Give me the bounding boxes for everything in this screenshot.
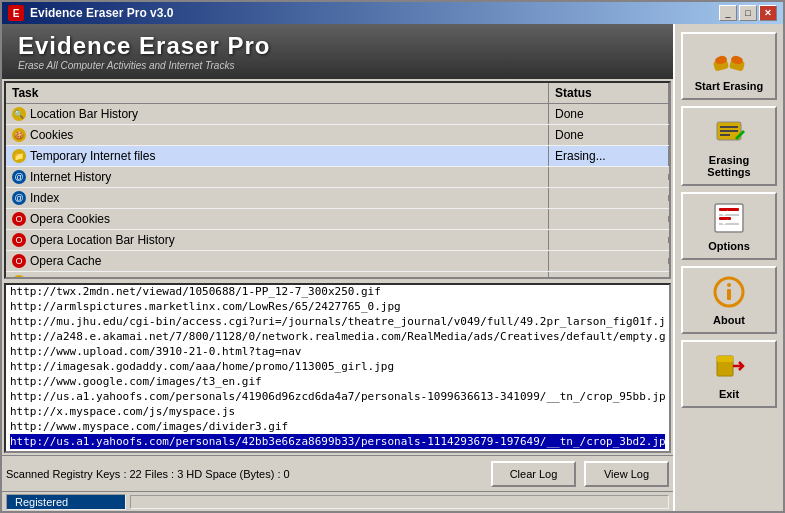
task-label-2: Temporary Internet files [30,149,155,163]
app-title: Evidence Eraser Pro [18,32,270,60]
status-cell-4 [549,195,669,201]
task-rows-container[interactable]: 🔍 Location Bar History Done 🍪 Cookies [6,104,669,277]
task-icon-4: @ [12,191,26,205]
task-label-4: Index [30,191,59,205]
exit-icon [709,348,749,384]
status-cell-1: Done [549,125,669,145]
app-subtitle: Erase All Computer Activities and Intern… [18,60,234,71]
options-icon [709,200,749,236]
progress-bar [130,495,669,509]
status-cell-5 [549,216,669,222]
svg-rect-5 [720,126,738,128]
log-entry: http://us.a1.yahoofs.com/personals/4338d… [10,283,665,284]
status-cell-0: Done [549,104,669,124]
title-bar-left: E Evidence Eraser Pro v3.0 [8,5,173,21]
log-panel[interactable]: http://us.a1.yahoofs.com/personals/4338d… [4,283,671,453]
task-label-6: Opera Location Bar History [30,233,175,247]
task-icon-8: N [12,275,26,277]
task-icon-6: O [12,233,26,247]
task-label-8: Netscape Cache [30,275,119,277]
svg-rect-7 [720,134,730,136]
task-cell: 📁 Temporary Internet files [6,146,549,166]
log-entry: http://mu.jhu.edu/cgi-bin/access.cgi?uri… [10,314,665,329]
task-cell: 🔍 Location Bar History [6,104,549,124]
log-entry: http://www.google.com/images/t3_en.gif [10,374,665,389]
task-icon-0: 🔍 [12,107,26,121]
registered-status: Registered [6,494,126,510]
table-row: @ Internet History [6,167,669,188]
svg-rect-13 [719,217,731,220]
svg-marker-9 [733,140,737,144]
about-icon [709,274,749,310]
start-erasing-button[interactable]: Start Erasing [681,32,777,100]
task-area: Task Status 🔍 Location Bar History Done [4,81,671,279]
table-row: N Netscape Cache [6,272,669,277]
log-entry: http://us.a1.yahoofs.com/personals/41906… [10,389,665,404]
bottom-bar: Scanned Registry Keys : 22 Files : 3 HD … [2,455,673,491]
status-cell-2: Erasing... [549,146,669,166]
about-button[interactable]: About [681,266,777,334]
task-inner: Task Status 🔍 Location Bar History Done [6,83,669,277]
status-cell-3 [549,174,669,180]
exit-label: Exit [719,388,739,400]
svg-rect-6 [720,130,738,132]
clear-log-button[interactable]: Clear Log [491,461,576,487]
task-cell: N Netscape Cache [6,272,549,277]
task-cell: @ Index [6,188,549,208]
task-icon-3: @ [12,170,26,184]
status-cell-7 [549,258,669,264]
task-label-7: Opera Cache [30,254,101,268]
log-entry: http://twx.2mdn.net/viewad/1050688/1-PP_… [10,284,665,299]
about-label: About [713,314,745,326]
table-row: 📁 Temporary Internet files Erasing... [6,146,669,167]
task-label-3: Internet History [30,170,111,184]
table-row: @ Index [6,188,669,209]
table-row: O Opera Location Bar History [6,230,669,251]
task-label-0: Location Bar History [30,107,138,121]
right-sidebar: Start Erasing Erasing Settings [673,24,783,511]
erasing-settings-button[interactable]: Erasing Settings [681,106,777,186]
table-header: Task Status [6,83,669,104]
col-status-header: Status [549,83,669,103]
table-row: O Opera Cache [6,251,669,272]
window-controls: _ □ ✕ [719,5,777,21]
task-icon-7: O [12,254,26,268]
app-icon: E [8,5,24,21]
log-entry: http://us.a1.yahoofs.com/personals/42bb3… [10,434,665,449]
task-label-1: Cookies [30,128,73,142]
exit-button[interactable]: Exit [681,340,777,408]
task-icon-2: 📁 [12,149,26,163]
title-bar: E Evidence Eraser Pro v3.0 _ □ ✕ [2,2,783,24]
options-label: Options [708,240,750,252]
view-log-button[interactable]: View Log [584,461,669,487]
log-entry: http://x.myspace.com/js/myspace.js [10,404,665,419]
task-label-5: Opera Cookies [30,212,110,226]
status-text: Scanned Registry Keys : 22 Files : 3 HD … [6,468,483,480]
window-title: Evidence Eraser Pro v3.0 [30,6,173,20]
status-cell-6 [549,237,669,243]
svg-rect-17 [727,289,731,300]
svg-rect-19 [717,356,733,362]
svg-rect-11 [719,208,739,211]
log-entry: http://a248.e.akamai.net/7/800/1128/0/ne… [10,329,665,344]
main-window: E Evidence Eraser Pro v3.0 _ □ ✕ Evidenc… [0,0,785,513]
task-cell: O Opera Location Bar History [6,230,549,250]
options-button[interactable]: Options [681,192,777,260]
svg-point-16 [727,283,731,287]
erasing-settings-icon [709,114,749,150]
task-icon-1: 🍪 [12,128,26,142]
log-entry: http://armlspictures.marketlinx.com/LowR… [10,299,665,314]
maximize-button[interactable]: □ [739,5,757,21]
erasing-settings-label: Erasing Settings [687,154,771,178]
close-button[interactable]: ✕ [759,5,777,21]
task-cell: @ Internet History [6,167,549,187]
task-cell: O Opera Cookies [6,209,549,229]
log-entry: http://www.myspace.com/images/divider3.g… [10,419,665,434]
minimize-button[interactable]: _ [719,5,737,21]
start-erasing-icon [709,40,749,76]
table-row: 🍪 Cookies Done [6,125,669,146]
app-header: Evidence Eraser Pro Erase All Computer A… [2,24,673,79]
col-task-header: Task [6,83,549,103]
log-entry: http://imagesak.godaddy.com/aaa/home/pro… [10,359,665,374]
log-entry: http://www.upload.com/3910-21-0.html?tag… [10,344,665,359]
